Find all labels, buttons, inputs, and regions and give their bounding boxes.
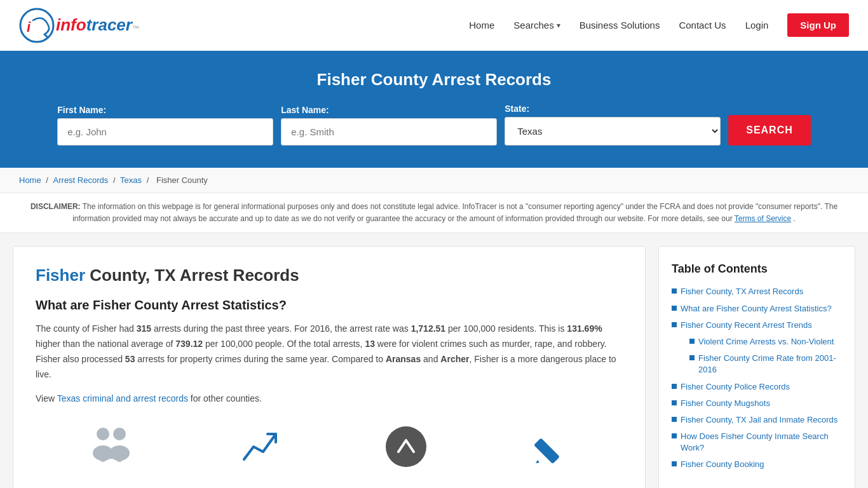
nav-signup[interactable]: Sign Up	[787, 13, 849, 37]
toc-link[interactable]: Fisher County, TX Jail and Inmate Record…	[681, 414, 837, 426]
nav-login[interactable]: Login	[745, 20, 769, 30]
article-p1: The county of Fisher had 315 arrests dur…	[36, 322, 623, 382]
first-name-input[interactable]	[57, 118, 273, 146]
higher-pct: 131.69%	[567, 323, 602, 334]
toc-bullet-icon	[689, 355, 695, 360]
disclaimer: DISCLAIMER: The information on this webp…	[0, 193, 868, 233]
first-name-label: First Name:	[57, 105, 106, 115]
last-name-group: Last Name:	[281, 105, 497, 146]
toc-bullet-icon	[672, 288, 677, 294]
toc-link[interactable]: Fisher County Crime Rate from 2001-2016	[698, 353, 842, 376]
breadcrumb-sep1: /	[46, 175, 50, 185]
nav-home[interactable]: Home	[469, 20, 494, 30]
breadcrumb-fisher-county: Fisher County	[156, 175, 208, 185]
svg-point-9	[386, 426, 426, 467]
toc-link[interactable]: Fisher County Mugshots	[681, 398, 770, 409]
arrest-rate: 1,712.51	[411, 323, 446, 334]
edit-icon	[534, 430, 569, 466]
toc-item: Fisher County Booking	[672, 459, 842, 470]
violent-count: 13	[365, 339, 375, 349]
arrests-count: 315	[137, 323, 151, 334]
logo-info-text: info	[56, 15, 86, 35]
state-group: State: Texas Alabama Alaska Arizona Cali…	[505, 104, 721, 146]
icons-row	[36, 415, 623, 474]
last-name-label: Last Name:	[281, 105, 329, 115]
toc-link[interactable]: How Does Fisher County Inmate Search Wor…	[681, 431, 842, 454]
toc-item: Fisher County Police Records	[672, 381, 842, 393]
disclaimer-tos-link[interactable]: Terms of Service	[735, 214, 791, 223]
toc-link[interactable]: Fisher County, TX Arrest Records	[681, 286, 803, 297]
logo-tm: ™	[132, 24, 139, 32]
logo-tracer-text: tracer	[86, 15, 132, 35]
breadcrumb-arrest-records[interactable]: Arrest Records	[53, 175, 109, 185]
toc-bullet-icon	[672, 306, 677, 311]
svg-marker-11	[536, 460, 539, 463]
logo-icon: i	[19, 8, 55, 43]
hero-title: Fisher County Arrest Records	[25, 70, 843, 90]
article-title: Fisher County, TX Arrest Records	[36, 266, 623, 285]
people-icon	[89, 421, 133, 474]
article: Fisher County, TX Arrest Records What ar…	[13, 246, 646, 488]
toc-bullet-icon	[672, 322, 677, 327]
nav-searches[interactable]: Searches ▾	[513, 20, 560, 30]
svg-point-3	[113, 428, 126, 440]
svg-rect-10	[534, 438, 560, 464]
county1: Aransas	[386, 354, 421, 364]
toc-bullet-icon	[672, 400, 677, 405]
toc-item: What are Fisher County Arrest Statistics…	[672, 303, 842, 315]
breadcrumb: Home / Arrest Records / Texas / Fisher C…	[0, 168, 868, 193]
breadcrumb-home[interactable]: Home	[19, 175, 41, 185]
breadcrumb-sep2: /	[113, 175, 118, 185]
logo[interactable]: i info tracer ™	[19, 8, 139, 43]
toc-item: Fisher County Mugshots	[672, 398, 842, 409]
svg-text:i: i	[27, 19, 31, 35]
nav-contact[interactable]: Contact Us	[679, 20, 726, 30]
toc-item: Fisher County, TX Arrest Records	[672, 286, 842, 297]
toc-link[interactable]: Fisher County Booking	[681, 459, 764, 470]
article-title-highlight: Fisher	[36, 266, 85, 285]
disclaimer-tos-end: .	[794, 214, 796, 223]
toc-item: Violent Crime Arrests vs. Non-Violent	[681, 336, 842, 348]
disclaimer-label: DISCLAIMER:	[31, 202, 81, 211]
toc-item: How Does Fisher County Inmate Search Wor…	[672, 431, 842, 454]
toc-bullet-icon	[672, 433, 677, 438]
search-button[interactable]: SEARCH	[728, 115, 811, 146]
property-count: 53	[125, 354, 135, 364]
toc-item: Fisher County Crime Rate from 2001-2016	[681, 353, 842, 376]
last-name-input[interactable]	[281, 118, 497, 146]
toc-link[interactable]: Fisher County Recent Arrest Trends	[681, 320, 812, 331]
article-h2-stats: What are Fisher County Arrest Statistics…	[36, 298, 623, 313]
disclaimer-text: The information on this webpage is for g…	[72, 202, 837, 223]
searches-chevron-icon: ▾	[557, 21, 560, 30]
toc-bullet-icon	[672, 461, 677, 466]
toc-list: Fisher County, TX Arrest RecordsWhat are…	[672, 286, 842, 470]
toc-bullet-icon	[672, 384, 677, 389]
toc-link[interactable]: Violent Crime Arrests vs. Non-Violent	[698, 336, 834, 348]
svg-point-2	[97, 428, 109, 440]
toc-title: Table of Contents	[672, 262, 842, 276]
state-label: State:	[505, 104, 529, 114]
county2: Archer	[440, 354, 469, 364]
toc-link[interactable]: Fisher County Police Records	[681, 381, 790, 393]
toc-item: Fisher County, TX Jail and Inmate Record…	[672, 414, 842, 426]
back-to-top-btn[interactable]	[386, 426, 427, 470]
article-title-rest: County, TX Arrest Records	[85, 266, 299, 285]
breadcrumb-texas[interactable]: Texas	[120, 175, 142, 185]
article-p2: View Texas criminal and arrest records f…	[36, 391, 623, 407]
tx-link[interactable]: Texas criminal and arrest records	[57, 393, 188, 403]
state-select[interactable]: Texas Alabama Alaska Arizona California …	[505, 117, 721, 146]
main-nav: Home Searches ▾ Business Solutions Conta…	[469, 13, 849, 37]
toc-bullet-icon	[672, 417, 677, 422]
site-header: i info tracer ™ Home Searches ▾ Business…	[0, 0, 868, 51]
main-content: Fisher County, TX Arrest Records What ar…	[0, 233, 868, 488]
breadcrumb-sep3: /	[147, 175, 151, 185]
nav-business[interactable]: Business Solutions	[580, 20, 660, 30]
trend-up-icon	[241, 428, 279, 468]
first-name-group: First Name:	[57, 105, 273, 146]
hero-section: Fisher County Arrest Records First Name:…	[0, 51, 868, 168]
table-of-contents: Table of Contents Fisher County, TX Arre…	[658, 246, 855, 488]
search-form: First Name: Last Name: State: Texas Alab…	[25, 104, 843, 146]
toc-item: Fisher County Recent Arrest Trends	[672, 320, 842, 331]
toc-link[interactable]: What are Fisher County Arrest Statistics…	[681, 303, 832, 315]
toc-bullet-icon	[689, 339, 695, 344]
